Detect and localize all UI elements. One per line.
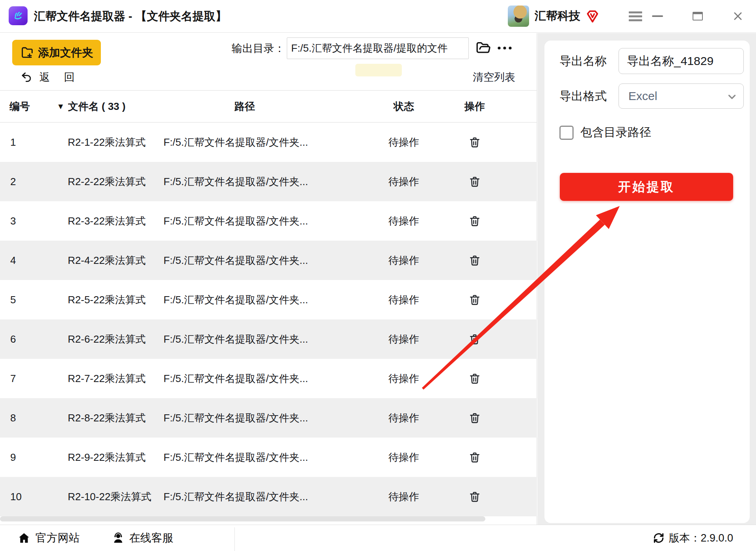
row-filename: R2-2-22乘法算式 xyxy=(55,175,162,189)
open-folder-icon xyxy=(474,40,492,56)
footer-divider xyxy=(234,527,235,551)
maximize-icon xyxy=(693,12,703,20)
table-row[interactable]: 8 R2-8-22乘法算式 F:/5.汇帮文件名提取器/文件夹... 待操作 xyxy=(0,398,537,438)
start-extract-button[interactable]: 开始提取 xyxy=(560,173,733,201)
row-path: F:/5.汇帮文件名提取器/文件夹... xyxy=(162,175,366,189)
row-filename: R2-1-22乘法算式 xyxy=(55,135,162,149)
table-row[interactable]: 5 R2-5-22乘法算式 F:/5.汇帮文件名提取器/文件夹... 待操作 xyxy=(0,280,537,319)
trash-icon xyxy=(468,372,481,385)
trash-icon xyxy=(468,332,481,346)
back-button[interactable]: 返 回 xyxy=(20,69,80,85)
table-row[interactable]: 3 R2-3-22乘法算式 F:/5.汇帮文件名提取器/文件夹... 待操作 xyxy=(0,201,537,241)
row-filename: R2-3-22乘法算式 xyxy=(55,214,162,228)
titlebar: 汇帮文件名提取器 - 【文件夹名提取】 汇帮科技 xyxy=(0,0,756,33)
row-index: 6 xyxy=(0,333,55,345)
delete-row-button[interactable] xyxy=(467,449,483,465)
header-status: 状态 xyxy=(366,100,441,113)
delete-row-button[interactable] xyxy=(467,134,483,150)
trash-icon xyxy=(468,214,481,228)
chevron-down-icon xyxy=(726,91,738,103)
official-website-link[interactable]: 官方网站 xyxy=(17,525,80,551)
row-index: 2 xyxy=(0,176,55,188)
row-index: 4 xyxy=(0,254,55,267)
include-path-checkbox[interactable] xyxy=(559,126,574,140)
file-table: 编号 ▼ 文件名 ( 33 ) 路径 状态 操作 1 R2-1-22乘法算式 F… xyxy=(0,90,537,516)
table-row[interactable]: 6 R2-6-22乘法算式 F:/5.汇帮文件名提取器/文件夹... 待操作 xyxy=(0,319,537,359)
version-info: 版本：2.9.0.0 xyxy=(653,525,733,551)
row-path: F:/5.汇帮文件名提取器/文件夹... xyxy=(162,135,366,149)
output-dir-input[interactable] xyxy=(287,37,469,59)
table-row[interactable]: 1 R2-1-22乘法算式 F:/5.汇帮文件名提取器/文件夹... 待操作 xyxy=(0,122,537,162)
table-header: 编号 ▼ 文件名 ( 33 ) 路径 状态 操作 xyxy=(0,90,537,122)
delete-row-button[interactable] xyxy=(467,371,483,386)
minimize-button[interactable] xyxy=(646,0,669,32)
export-format-label: 导出格式 xyxy=(559,88,619,104)
header-index: 编号 xyxy=(0,100,55,113)
output-dir-label: 输出目录： xyxy=(232,38,285,59)
home-icon xyxy=(17,532,31,544)
delete-row-button[interactable] xyxy=(467,489,483,505)
delete-row-button[interactable] xyxy=(467,331,483,347)
row-path: F:/5.汇帮文件名提取器/文件夹... xyxy=(162,293,366,307)
scrollbar-thumb[interactable] xyxy=(0,516,485,521)
folder-plus-icon xyxy=(20,46,33,59)
trash-icon xyxy=(468,490,481,503)
table-row[interactable]: 7 R2-7-22乘法算式 F:/5.汇帮文件名提取器/文件夹... 待操作 xyxy=(0,359,537,398)
maximize-button[interactable] xyxy=(687,0,709,32)
horizontal-scrollbar[interactable] xyxy=(0,516,533,521)
row-filename: R2-6-22乘法算式 xyxy=(55,332,162,346)
clear-list-button[interactable]: 清空列表 xyxy=(473,70,515,84)
user-avatar[interactable] xyxy=(508,6,529,27)
export-name-label: 导出名称 xyxy=(559,53,619,69)
delete-row-button[interactable] xyxy=(467,410,483,426)
row-filename: R2-5-22乘法算式 xyxy=(55,293,162,307)
row-index: 5 xyxy=(0,294,55,306)
trash-icon xyxy=(468,254,481,267)
export-format-row: 导出格式 Excel xyxy=(559,83,750,109)
online-support-label: 在线客服 xyxy=(129,531,173,545)
online-support-link[interactable]: 在线客服 xyxy=(112,525,173,551)
trash-icon xyxy=(468,175,481,188)
trash-icon xyxy=(468,451,481,464)
trash-icon xyxy=(468,411,481,425)
row-filename: R2-8-22乘法算式 xyxy=(55,411,162,425)
table-row[interactable]: 2 R2-2-22乘法算式 F:/5.汇帮文件名提取器/文件夹... 待操作 xyxy=(0,162,537,201)
export-format-select[interactable]: Excel xyxy=(619,83,744,109)
row-status-badge: 待操作 xyxy=(366,214,441,228)
brand-name: 汇帮科技 xyxy=(535,8,580,24)
delete-row-button[interactable] xyxy=(467,252,483,268)
header-filename-label: 文件名 ( 33 ) xyxy=(68,100,126,113)
delete-row-button[interactable] xyxy=(467,292,483,308)
browse-folder-button[interactable] xyxy=(473,40,494,57)
row-index: 10 xyxy=(0,491,55,503)
row-index: 9 xyxy=(0,451,55,464)
table-body: 1 R2-1-22乘法算式 F:/5.汇帮文件名提取器/文件夹... 待操作 xyxy=(0,122,537,516)
row-filename: R2-4-22乘法算式 xyxy=(55,254,162,267)
header-filename[interactable]: ▼ 文件名 ( 33 ) xyxy=(55,100,162,113)
hamburger-icon xyxy=(629,11,642,21)
include-path-option[interactable]: 包含目录路径 xyxy=(559,124,750,141)
row-path: F:/5.汇帮文件名提取器/文件夹... xyxy=(162,214,366,228)
add-folder-button[interactable]: 添加文件夹 xyxy=(12,40,101,65)
export-name-input[interactable] xyxy=(619,48,744,74)
refresh-icon[interactable] xyxy=(653,532,665,544)
row-status-badge: 待操作 xyxy=(366,490,441,504)
sort-descending-icon[interactable]: ▼ xyxy=(57,102,65,111)
table-row[interactable]: 10 R2-10-22乘法算式 F:/5.汇帮文件名提取器/文件夹... 待操作 xyxy=(0,477,537,516)
delete-row-button[interactable] xyxy=(467,174,483,189)
close-button[interactable] xyxy=(727,0,749,32)
window-title: 汇帮文件名提取器 - 【文件夹名提取】 xyxy=(34,0,227,32)
delete-row-button[interactable] xyxy=(467,213,483,229)
statusbar: 官方网站 在线客服 版本：2.9.0.0 xyxy=(0,525,756,551)
table-row[interactable]: 4 R2-4-22乘法算式 F:/5.汇帮文件名提取器/文件夹... 待操作 xyxy=(0,241,537,280)
row-index: 7 xyxy=(0,373,55,385)
row-path: F:/5.汇帮文件名提取器/文件夹... xyxy=(162,372,366,386)
row-filename: R2-9-22乘法算式 xyxy=(55,451,162,464)
vip-badge-icon xyxy=(585,9,600,24)
more-options-button[interactable] xyxy=(496,43,514,54)
header-path: 路径 xyxy=(162,100,366,113)
table-row[interactable]: 9 R2-9-22乘法算式 F:/5.汇帮文件名提取器/文件夹... 待操作 xyxy=(0,438,537,477)
fading-tooltip-artifact xyxy=(355,64,402,76)
menu-button[interactable] xyxy=(624,0,646,32)
close-icon xyxy=(732,11,743,22)
